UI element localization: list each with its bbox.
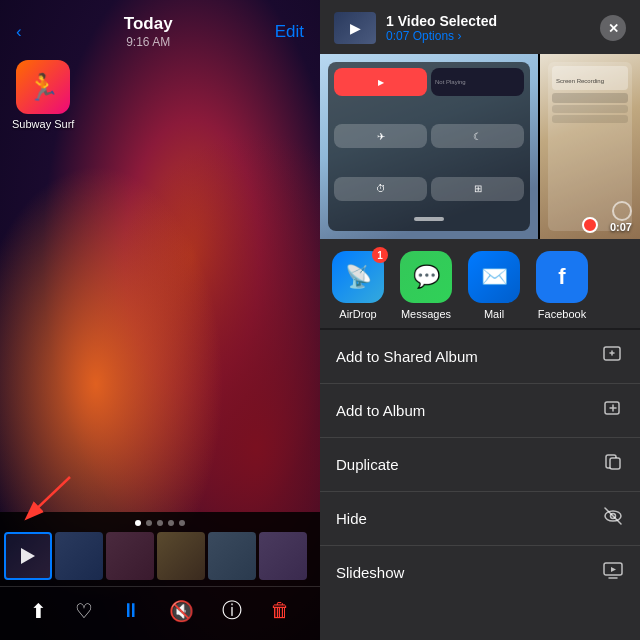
header-title: Today [124, 14, 173, 34]
facebook-symbol: f [558, 264, 565, 290]
svg-rect-5 [610, 458, 620, 469]
video-preview: ▶ Not Playing ✈ ☾ ⏱ ⊞ [320, 54, 640, 239]
share-info: 1 Video Selected 0:07 Options › [386, 13, 590, 43]
svg-line-1 [28, 477, 70, 517]
back-button[interactable]: ‹ [16, 22, 22, 42]
home-indicator [414, 217, 444, 221]
slideshow-item[interactable]: Slideshow [320, 546, 640, 599]
chevron-left-icon: ‹ [16, 22, 22, 42]
edit-button[interactable]: Edit [275, 22, 304, 42]
svg-marker-10 [611, 567, 616, 572]
airdrop-label: AirDrop [339, 308, 376, 320]
slideshow-icon [602, 559, 624, 586]
dot-2 [146, 520, 152, 526]
menu-list: Add to Shared Album Add to Album Duplica… [320, 330, 640, 640]
hide-item[interactable]: Hide [320, 492, 640, 546]
filmstrip [0, 532, 320, 586]
dot-1 [135, 520, 141, 526]
dot-3 [157, 520, 163, 526]
left-header: ‹ Today 9:16 AM Edit [0, 0, 320, 57]
app-icon-label: Subway Surf [12, 118, 74, 130]
duplicate-icon [602, 451, 624, 478]
mail-symbol: ✉️ [481, 264, 508, 290]
airdrop-icon: 📡 1 [332, 251, 384, 303]
filmstrip-thumb-1[interactable] [55, 532, 103, 580]
dot-5 [179, 520, 185, 526]
share-header: ▶ 1 Video Selected 0:07 Options › ✕ [320, 0, 640, 54]
app-row: 📡 1 AirDrop 💬 Messages ✉️ Mail f Faceboo… [320, 239, 640, 328]
duplicate-item[interactable]: Duplicate [320, 438, 640, 492]
play-triangle-icon [21, 548, 35, 564]
video-preview-inner: ▶ Not Playing ✈ ☾ ⏱ ⊞ [320, 54, 640, 239]
mail-icon: ✉️ [468, 251, 520, 303]
arrow-pointer [10, 472, 90, 532]
dot-4 [168, 520, 174, 526]
airdrop-badge: 1 [372, 247, 388, 263]
share-timestamp: 0:07 [386, 29, 409, 43]
info-icon[interactable]: ⓘ [222, 597, 242, 624]
heart-icon[interactable]: ♡ [75, 599, 93, 623]
facebook-label: Facebook [538, 308, 586, 320]
options-link[interactable]: Options › [413, 29, 462, 43]
video-circle-indicator [612, 201, 632, 221]
messages-symbol: 💬 [413, 264, 440, 290]
slideshow-label: Slideshow [336, 564, 404, 581]
messages-icon: 💬 [400, 251, 452, 303]
mail-app-item[interactable]: ✉️ Mail [464, 251, 524, 320]
filmstrip-thumb-2[interactable] [106, 532, 154, 580]
share-subtitle: 0:07 Options › [386, 29, 590, 43]
add-album-icon [602, 397, 624, 424]
add-album-item[interactable]: Add to Album [320, 384, 640, 438]
trash-icon[interactable]: 🗑 [270, 599, 290, 622]
video-timestamp: 0:07 [610, 221, 632, 233]
left-panel: ‹ Today 9:16 AM Edit 🏃 Subway Surf [0, 0, 320, 640]
share-title: 1 Video Selected [386, 13, 590, 29]
airdrop-symbol: 📡 [345, 264, 372, 290]
filmstrip-thumb-0[interactable] [4, 532, 52, 580]
app-icon-container: 🏃 Subway Surf [12, 60, 74, 130]
hide-label: Hide [336, 510, 367, 527]
filmstrip-thumb-4[interactable] [208, 532, 256, 580]
play-indicator [6, 534, 50, 578]
add-album-label: Add to Album [336, 402, 425, 419]
add-shared-album-item[interactable]: Add to Shared Album [320, 330, 640, 384]
share-thumbnail: ▶ [334, 12, 376, 44]
messages-label: Messages [401, 308, 451, 320]
facebook-icon: f [536, 251, 588, 303]
duplicate-label: Duplicate [336, 456, 399, 473]
airdrop-app-item[interactable]: 📡 1 AirDrop [328, 251, 388, 320]
add-shared-album-label: Add to Shared Album [336, 348, 478, 365]
close-button[interactable]: ✕ [600, 15, 626, 41]
share-icon[interactable]: ⬆ [30, 599, 47, 623]
filmstrip-thumb-3[interactable] [157, 532, 205, 580]
header-center: Today 9:16 AM [124, 14, 173, 49]
mute-icon[interactable]: 🔇 [169, 599, 194, 623]
add-shared-album-icon [602, 343, 624, 370]
filmstrip-thumb-5[interactable] [259, 532, 307, 580]
header-subtitle: 9:16 AM [126, 35, 170, 49]
messages-app-item[interactable]: 💬 Messages [396, 251, 456, 320]
toolbar: ⬆ ♡ ⏸ 🔇 ⓘ 🗑 [0, 586, 320, 640]
video-left: ▶ Not Playing ✈ ☾ ⏱ ⊞ [320, 54, 538, 239]
subway-surf-icon: 🏃 [16, 60, 70, 114]
pause-icon[interactable]: ⏸ [121, 599, 141, 622]
facebook-app-item[interactable]: f Facebook [532, 251, 592, 320]
right-panel: ▶ 1 Video Selected 0:07 Options › ✕ ▶ [320, 0, 640, 640]
hide-icon [602, 505, 624, 532]
mail-label: Mail [484, 308, 504, 320]
